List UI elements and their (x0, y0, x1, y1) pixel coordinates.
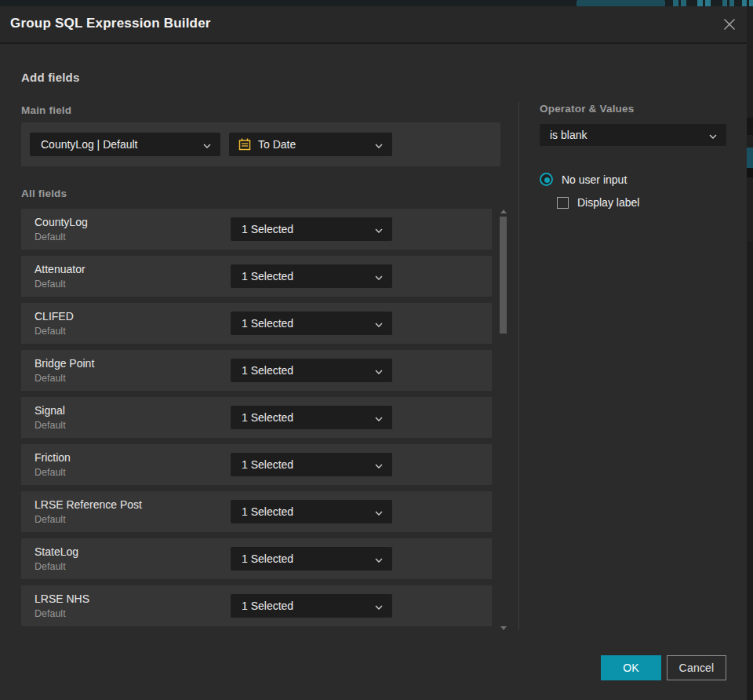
background-chart-bar-icon (729, 0, 734, 6)
background-chart-bar-icon (697, 0, 703, 6)
field-selected-dropdown[interactable]: 1 Selected (231, 312, 392, 335)
background-chart-bar-icon (742, 0, 747, 6)
chevron-down-icon (375, 317, 383, 330)
main-field-select[interactable]: CountyLog | Default (30, 133, 220, 156)
operator-values-heading: Operator & Values (540, 103, 634, 115)
field-selected-value: 1 Selected (242, 411, 375, 424)
field-row: StateLog Default 1 Selected (21, 538, 492, 579)
field-row: Signal Default 1 Selected (21, 397, 492, 438)
field-subtitle: Default (35, 467, 66, 478)
chevron-down-icon (375, 458, 383, 471)
all-fields-label: All fields (21, 188, 67, 199)
add-fields-heading: Add fields (21, 71, 80, 84)
checkbox-unchecked-icon (557, 197, 569, 209)
background-chart-bar-icon (749, 0, 753, 6)
operator-select[interactable]: is blank (540, 124, 726, 146)
chevron-down-icon (709, 129, 717, 141)
display-label-text: Display label (577, 196, 639, 209)
field-subtitle: Default (35, 279, 66, 290)
scrollbar-thumb[interactable] (500, 217, 507, 334)
screen: Live view Group SQL Expression Builder (0, 0, 753, 700)
dialog-header: Group SQL Expression Builder (0, 6, 747, 44)
field-row: CountyLog Default 1 Selected (21, 209, 492, 250)
background-fragment (747, 168, 753, 177)
background-chart-bar-icon (673, 0, 678, 6)
field-name: Bridge Point (35, 357, 94, 370)
field-subtitle: Default (35, 420, 66, 431)
all-fields-list: CountyLog Default 1 Selected Attenuator … (21, 209, 492, 633)
field-row: Attenuator Default 1 Selected (21, 256, 492, 297)
field-selected-value: 1 Selected (242, 364, 375, 377)
background-chart-bar-icon (705, 0, 711, 6)
field-name: CountyLog (35, 216, 88, 228)
background-teal-fragment (747, 148, 753, 168)
chevron-down-icon (375, 552, 383, 565)
field-subtitle: Default (35, 232, 66, 242)
field-subtitle: Default (35, 326, 66, 337)
field-selected-value: 1 Selected (242, 552, 375, 565)
field-selected-value: 1 Selected (242, 270, 375, 283)
field-name: StateLog (35, 545, 78, 558)
cancel-button[interactable]: Cancel (667, 655, 726, 680)
field-selected-value: 1 Selected (242, 458, 375, 471)
background-fragment (747, 118, 753, 135)
field-subtitle: Default (35, 561, 66, 572)
dialog-title: Group SQL Expression Builder (10, 16, 211, 31)
chevron-down-icon (375, 138, 383, 151)
field-selected-dropdown[interactable]: 1 Selected (231, 264, 392, 288)
field-name: CLIFED (35, 310, 74, 323)
field-name: LRSE NHS (35, 592, 89, 605)
field-name: Friction (35, 451, 71, 464)
calendar-icon (238, 138, 251, 151)
field-row: Friction Default 1 Selected (21, 444, 492, 485)
main-field-panel: CountyLog | Default To Date (21, 122, 500, 166)
field-selected-value: 1 Selected (242, 317, 375, 330)
field-selected-dropdown[interactable]: 1 Selected (231, 547, 392, 571)
field-row: LRSE NHS Default 1 Selected (21, 585, 492, 626)
field-selected-value: 1 Selected (242, 600, 375, 612)
main-field-select-value: CountyLog | Default (41, 138, 203, 151)
no-user-input-radio[interactable]: No user input (540, 173, 627, 186)
chevron-down-icon (203, 138, 211, 151)
no-user-input-label: No user input (562, 173, 627, 186)
scroll-down-icon[interactable] (500, 626, 507, 630)
live-view-button[interactable]: Live view (577, 0, 665, 6)
background-chart-bar-icon (722, 0, 727, 6)
background-fragment (747, 242, 753, 700)
field-row: Bridge Point Default 1 Selected (21, 350, 492, 391)
scroll-up-icon[interactable] (500, 210, 507, 213)
background-toolbar-strip: Live view (0, 0, 753, 6)
field-subtitle: Default (35, 514, 66, 525)
field-selected-dropdown[interactable]: 1 Selected (231, 500, 392, 523)
chevron-down-icon (375, 364, 383, 377)
field-subtitle: Default (35, 608, 66, 619)
field-selected-dropdown[interactable]: 1 Selected (231, 594, 392, 618)
field-row: LRSE Reference Post Default 1 Selected (21, 491, 492, 532)
main-field-type-value: To Date (258, 138, 368, 151)
operator-select-value: is blank (550, 129, 709, 141)
field-selected-value: 1 Selected (242, 505, 375, 518)
radio-selected-icon (540, 173, 553, 186)
field-name: Attenuator (35, 263, 85, 275)
chevron-down-icon (375, 223, 383, 235)
field-selected-dropdown[interactable]: 1 Selected (231, 359, 392, 382)
field-name: LRSE Reference Post (35, 498, 142, 511)
column-divider (518, 102, 519, 629)
field-selected-value: 1 Selected (242, 223, 375, 235)
field-row: CLIFED Default 1 Selected (21, 303, 492, 344)
main-field-label: Main field (21, 104, 71, 116)
chevron-down-icon (375, 505, 383, 518)
live-view-label: Live view (595, 5, 634, 6)
field-selected-dropdown[interactable]: 1 Selected (231, 217, 392, 241)
chevron-down-icon (375, 270, 383, 283)
main-field-type-select[interactable]: To Date (229, 133, 392, 156)
display-label-checkbox[interactable]: Display label (557, 196, 639, 209)
background-chart-bar-icon (681, 0, 686, 6)
field-subtitle: Default (35, 373, 66, 384)
field-selected-dropdown[interactable]: 1 Selected (231, 406, 392, 429)
field-name: Signal (35, 404, 65, 417)
close-icon[interactable] (722, 17, 737, 31)
ok-button[interactable]: OK (601, 655, 661, 680)
list-scrollbar[interactable] (499, 207, 508, 633)
field-selected-dropdown[interactable]: 1 Selected (231, 453, 392, 476)
